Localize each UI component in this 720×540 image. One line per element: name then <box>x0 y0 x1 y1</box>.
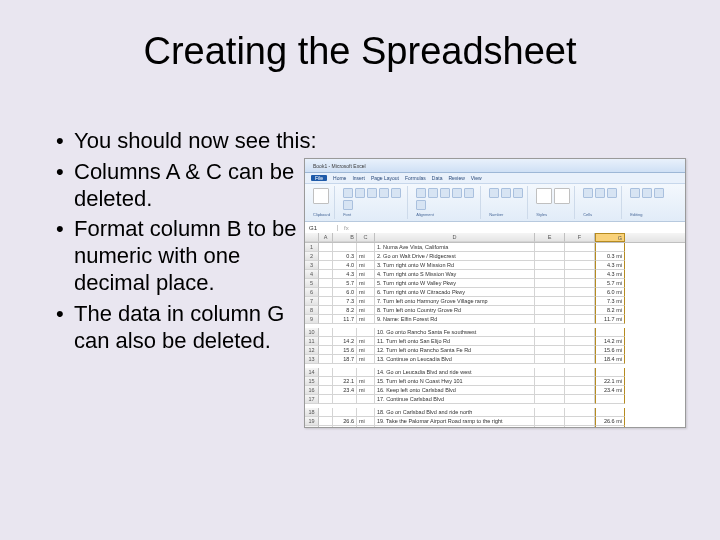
ribbon-group-clipboard: Clipboard <box>309 186 335 219</box>
bullet-list: You should now see this: Columns A & C c… <box>56 128 316 359</box>
table-row: 1717. Continue Carlsbad Blvd <box>305 395 685 404</box>
tab-insert: Insert <box>352 175 365 181</box>
name-box: G1 <box>305 225 338 231</box>
ribbon-group-align: Alignment <box>412 186 481 219</box>
table-row: 911.7mi9. Name: Elfin Forest Rd11.7 mi <box>305 315 685 324</box>
spreadsheet-grid: A B C D E F G 11. Numa Ave Vista, Califo… <box>305 233 685 427</box>
ribbon-group-number: Number <box>485 186 528 219</box>
table-row: 66.0mi6. Turn right onto W Citracado Pkw… <box>305 288 685 297</box>
font-icon <box>343 188 353 198</box>
col-D: D <box>375 233 535 242</box>
col-E: E <box>535 233 565 242</box>
tab-data: Data <box>432 175 443 181</box>
table-row: 34.0mi3. Turn right onto W Mission Rd4.3… <box>305 261 685 270</box>
ribbon: Clipboard Font Alignment Number <box>305 184 685 222</box>
tab-view: View <box>471 175 482 181</box>
tab-home: Home <box>333 175 346 181</box>
table-row: 1010. Go onto Rancho Santa Fe southwest <box>305 328 685 337</box>
bullet-item: The data in column G can also be deleted… <box>56 301 316 355</box>
bullet-item: Columns A & C can be deleted. <box>56 159 316 213</box>
tab-pagelayout: Page Layout <box>371 175 399 181</box>
ribbon-tabs: File Home Insert Page Layout Formulas Da… <box>305 173 685 184</box>
ribbon-group-cells: Cells <box>579 186 622 219</box>
col-B: B <box>333 233 357 242</box>
ribbon-group-editing: Editing <box>626 186 668 219</box>
table-row: 44.3mi4. Turn right onto S Mission Way4.… <box>305 270 685 279</box>
table-row: 1818. Go on Carlsbad Blvd and ride north <box>305 408 685 417</box>
table-row: 20.3mi2. Go on Walt Drive / Ridgecrest0.… <box>305 252 685 261</box>
col-G: G <box>595 233 625 242</box>
table-row: 88.2mi8. Turn left onto Country Grove Rd… <box>305 306 685 315</box>
table-row: 1926.6mi19. Take the Palomar Airport Roa… <box>305 417 685 426</box>
table-row: 2027.4mi20. The street name changes26.8 … <box>305 426 685 427</box>
ribbon-group-styles: Styles <box>532 186 575 219</box>
bullet-item: Format column B to be numeric with one d… <box>56 216 316 296</box>
col-C: C <box>357 233 375 242</box>
window-title: Book1 - Microsoft Excel <box>313 163 366 169</box>
table-row: 1318.7mi13. Continue on Leucadia Blvd18.… <box>305 355 685 364</box>
table-row: 77.3mi7. Turn left onto Harmony Grove Vi… <box>305 297 685 306</box>
col-F: F <box>565 233 595 242</box>
column-headers: A B C D E F G <box>305 233 685 243</box>
window-titlebar: Book1 - Microsoft Excel <box>305 159 685 173</box>
bullet-item: You should now see this: <box>56 128 414 155</box>
excel-screenshot: Book1 - Microsoft Excel File Home Insert… <box>304 158 686 428</box>
table-row: 1522.1mi15. Turn left onto N Coast Hwy 1… <box>305 377 685 386</box>
tab-formulas: Formulas <box>405 175 426 181</box>
paste-icon <box>313 188 329 204</box>
slide-title: Creating the Spreadsheet <box>0 30 720 73</box>
table-row: 1623.4mi16. Keep left onto Carlsbad Blvd… <box>305 386 685 395</box>
table-row: 1414. Go on Leucadia Blvd and ride west <box>305 368 685 377</box>
ribbon-group-font: Font <box>339 186 408 219</box>
col-A: A <box>319 233 333 242</box>
table-row: 11. Numa Ave Vista, California <box>305 243 685 252</box>
tab-file: File <box>311 175 327 181</box>
tab-review: Review <box>448 175 464 181</box>
fx-label: fx <box>338 225 349 231</box>
table-row: 55.7mi5. Turn right onto W Valley Pkwy5.… <box>305 279 685 288</box>
table-row: 1215.6mi12. Turn left onto Rancho Santa … <box>305 346 685 355</box>
table-row: 1114.2mi11. Turn left onto San Elijo Rd1… <box>305 337 685 346</box>
